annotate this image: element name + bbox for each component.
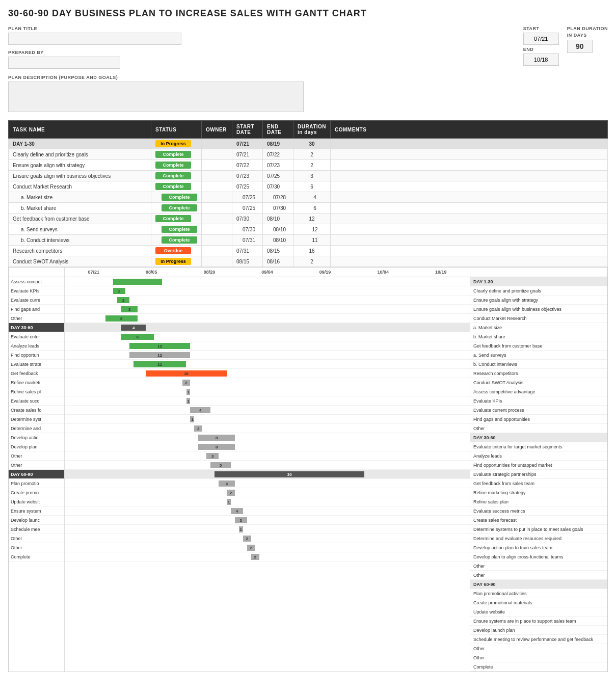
form-right: START END PLAN DURATION in days 90 — [523, 26, 608, 69]
task-comments-cell — [331, 160, 608, 171]
task-duration-cell: 11 — [293, 235, 331, 246]
table-row: b. Conduct interviews Complete 07/31 08/… — [9, 235, 608, 246]
gantt-legend-row: Evaluate current process — [470, 406, 607, 415]
page: 30-60-90 DAY BUSINESS PLAN TO INCREASE S… — [0, 0, 616, 680]
gantt-time-label: 09/19 — [296, 270, 354, 275]
task-status-cell: Complete — [151, 181, 202, 192]
gantt-label-row: Other — [9, 543, 64, 552]
gantt-chart-row: 2 — [65, 534, 470, 543]
gantt-label-row: DAY 60-90 — [9, 470, 64, 479]
end-group: END — [523, 47, 559, 66]
description-input[interactable] — [8, 82, 304, 112]
duration-value: 90 — [567, 40, 593, 53]
task-name-cell: DAY 1-30 — [9, 139, 151, 149]
task-name-cell: Conduct Market Research — [9, 181, 151, 192]
gantt-legend-col: DAY 1-30Clearly define and prioritize go… — [470, 277, 607, 672]
gantt-label-row: Create promo — [9, 488, 64, 497]
gantt-legend-row: Refine sales plan — [470, 497, 607, 506]
gantt-legend-row: Evaluate success metrics — [470, 506, 607, 516]
task-start-cell: 07/21 — [232, 149, 263, 160]
gantt-chart-row: 30 — [65, 470, 470, 479]
gantt-chart-row: 1 — [65, 396, 470, 406]
task-end-cell: 08/15 — [263, 246, 293, 256]
task-comments-cell — [331, 213, 608, 224]
task-owner-cell — [202, 256, 232, 267]
gantt-legend-row: Complete — [470, 662, 607, 672]
gantt-chart-row: 4 — [65, 406, 470, 415]
gantt-bar: 4 — [219, 480, 235, 487]
gantt-legend-row: Evaluate KPIs — [470, 396, 607, 406]
gantt-label-row: Develop plan — [9, 442, 64, 451]
gantt-legend-row: b. Market share — [470, 332, 607, 341]
gantt-legend-row: DAY 60-90 — [470, 580, 607, 589]
task-name-cell: Conduct SWOT Analysis — [9, 256, 151, 267]
task-name-cell: Research competitors — [9, 246, 151, 256]
gantt-label-row: Determine and — [9, 424, 64, 433]
task-name-cell: b. Market share — [9, 203, 151, 213]
task-start-cell: 07/30 — [232, 213, 263, 224]
task-duration-cell: 12 — [293, 213, 331, 224]
gantt-bar: 2 — [194, 425, 202, 432]
start-input[interactable] — [523, 33, 559, 45]
gantt-bar: 1 — [186, 398, 191, 404]
gantt-bar: 1 — [227, 499, 231, 505]
task-name-cell: b. Conduct interviews — [9, 235, 151, 246]
gantt-legend-row: DAY 1-30 — [470, 277, 607, 286]
gantt-chart-row: 6 — [65, 314, 470, 323]
task-status-cell: In Progress — [151, 256, 202, 267]
task-duration-cell: 2 — [293, 256, 331, 267]
task-duration-cell: 12 — [293, 224, 331, 235]
gantt-chart-row: 2 — [65, 552, 470, 562]
status-badge: In Progress — [155, 258, 191, 265]
gantt-chart-area: 22364612121116211412883530421431222 — [65, 277, 470, 672]
page-title: 30-60-90 DAY BUSINESS PLAN TO INCREASE S… — [8, 8, 608, 19]
duration-group: PLAN DURATION in days 90 — [567, 26, 608, 53]
task-name-cell: a. Send surveys — [9, 224, 151, 235]
gantt-legend-row: Find opportunities for untapped market — [470, 461, 607, 470]
gantt-label-row: Complete — [9, 552, 64, 562]
task-end-cell: 07/23 — [263, 160, 293, 171]
gantt-header-labels — [9, 268, 65, 277]
table-row: Clearly define and prioritize goals Comp… — [9, 149, 608, 160]
gantt-chart-row: 12 — [65, 341, 470, 351]
plan-title-input[interactable] — [8, 33, 181, 45]
task-owner-cell — [202, 213, 232, 224]
gantt-bar: 12 — [129, 343, 190, 349]
gantt-bar: 2 — [227, 490, 235, 496]
task-status-cell: In Progress — [151, 139, 202, 149]
gantt-label-row: Find gaps and — [9, 305, 64, 314]
gantt-chart-row: 5 — [65, 461, 470, 470]
gantt-header-legend — [470, 268, 607, 277]
status-badge: Complete — [155, 151, 191, 158]
task-name-cell: Clearly define and prioritize goals — [9, 149, 151, 160]
status-badge: Complete — [155, 172, 191, 179]
task-owner-cell — [202, 171, 232, 181]
gantt-legend-row: Create promotional materials — [470, 598, 607, 607]
gantt-legend-row: Assess competitive advantage — [470, 387, 607, 396]
task-start-cell: 07/22 — [232, 160, 263, 171]
gantt-legend-row: DAY 30-60 — [470, 433, 607, 442]
end-input[interactable] — [523, 54, 559, 66]
task-comments-cell — [331, 149, 608, 160]
gantt-label-row: Other — [9, 534, 64, 543]
table-row: Conduct Market Research Complete 07/25 0… — [9, 181, 608, 192]
gantt-label-row: Create sales fo — [9, 406, 64, 415]
gantt-legend-row: a. Market size — [470, 323, 607, 332]
status-badge: Complete — [162, 236, 197, 244]
gantt-bar: 3 — [206, 453, 219, 459]
task-comments-cell — [331, 192, 608, 203]
task-owner-cell — [202, 203, 232, 213]
task-comments-cell — [331, 171, 608, 181]
gantt-bar: 1 — [186, 389, 191, 395]
gantt-chart-row: 1 — [65, 415, 470, 424]
table-row: Ensure goals align with business objecti… — [9, 171, 608, 181]
gantt-legend-row: Develop action plan to train sales team — [470, 543, 607, 552]
task-status-cell: Complete — [151, 149, 202, 160]
gantt-label-row: Find opportun — [9, 351, 64, 360]
task-start-cell: 07/31 — [232, 235, 263, 246]
prepared-by-input[interactable] — [8, 57, 120, 69]
task-owner-cell — [202, 246, 232, 256]
task-status-cell: Overdue — [151, 246, 202, 256]
gantt-bar: 12 — [129, 352, 190, 358]
task-comments-cell — [331, 203, 608, 213]
